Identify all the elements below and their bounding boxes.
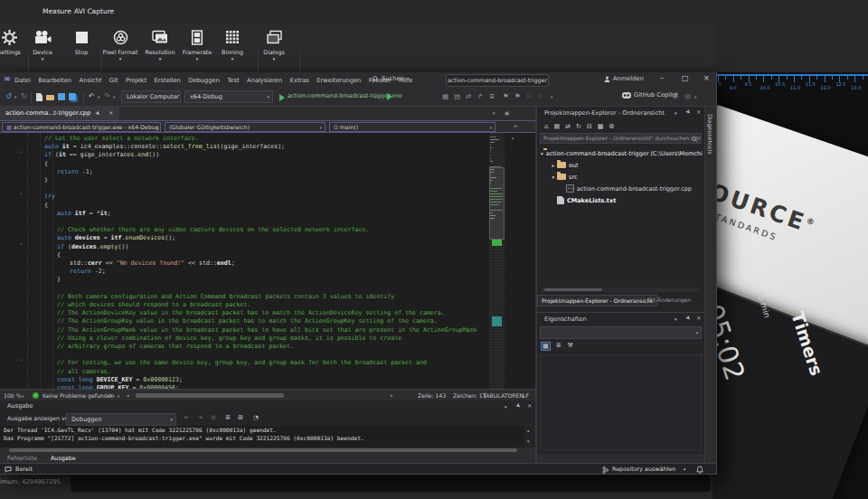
property-pages-icon[interactable]: ⚒ xyxy=(567,342,574,351)
solution-search-box[interactable]: Projektmappen-Explorer - Ordneransicht" … xyxy=(540,133,702,144)
pen-icon[interactable]: ✎ xyxy=(108,392,113,399)
chevron-expanded-icon[interactable]: ▾ xyxy=(550,174,557,180)
chevron-down-icon[interactable]: ▾ xyxy=(14,95,16,99)
chevron-down-icon[interactable]: ▾ xyxy=(113,95,115,99)
plus-icon[interactable]: + xyxy=(513,123,518,130)
chevron-down-icon[interactable]: ▾ xyxy=(675,110,677,116)
nav-forward-icon[interactable]: ↻ xyxy=(21,92,27,100)
binning-button[interactable]: Binning ▾ xyxy=(212,27,252,69)
nav-back-icon[interactable]: ↺ xyxy=(5,92,12,100)
save-all-icon[interactable] xyxy=(69,93,76,100)
redo-icon[interactable]: ↷ xyxy=(104,92,110,100)
chevron-down-icon[interactable]: ▾ xyxy=(98,95,99,99)
word-wrap-icon[interactable]: ≣ xyxy=(225,414,231,421)
menu-item-erweiterungen[interactable]: Erweiterungen xyxy=(316,77,361,84)
collapse-all-icon[interactable]: ⊟ xyxy=(587,123,592,130)
code-editor[interactable]: ˅˅˅˅ // Let the user select a network in… xyxy=(0,133,535,389)
tab-diagnostics[interactable]: Diagnosetools xyxy=(707,114,713,155)
bookmark-icon[interactable]: ⚑ xyxy=(503,92,509,100)
stop-button[interactable]: Stop xyxy=(61,27,101,69)
chevron-down-icon[interactable]: ▾ xyxy=(374,95,376,99)
settings-icon[interactable]: ⚙ xyxy=(609,123,614,130)
chevron-down-icon[interactable]: ▾ xyxy=(551,95,552,99)
menu-item-git[interactable]: Git xyxy=(109,77,118,84)
pin-icon[interactable]: ➤ xyxy=(90,107,103,119)
chevron-down-icon[interactable]: ▾ xyxy=(118,394,119,399)
pin-icon[interactable]: ➤ xyxy=(684,108,693,117)
properties-object-combo[interactable]: ▾ xyxy=(540,326,702,339)
pixel-format-button[interactable]: Pixel Format ▾ xyxy=(100,27,140,69)
tree-item-cmakelists[interactable]: CMakeLists.txt xyxy=(539,194,703,206)
bookmark-prev-icon[interactable]: ⚐ xyxy=(526,92,533,100)
solution-platform-icon[interactable]: ▦ xyxy=(442,92,448,100)
resolution-button[interactable]: Resolution ▾ xyxy=(140,27,180,69)
properties-grid[interactable] xyxy=(540,354,702,450)
output-source-combo[interactable]: Debuggen▾ xyxy=(66,413,176,426)
scroll-up-icon[interactable]: ▴ xyxy=(512,135,514,140)
chevron-down-icon[interactable]: ▾ xyxy=(493,110,495,116)
tab-solution-explorer[interactable]: Projektmappen-Explorer - Ordneransicht xyxy=(537,295,657,306)
scroll-left-icon[interactable]: ◂ xyxy=(127,392,129,398)
tree-item-src[interactable]: ▾ src xyxy=(539,171,703,183)
menu-item-erstellen[interactable]: Erstellen xyxy=(155,77,181,84)
horizontal-scrollbar[interactable] xyxy=(136,393,284,398)
find-icon[interactable]: ⇤ xyxy=(184,414,190,421)
chevron-up-icon[interactable]: ▴ xyxy=(684,466,685,471)
close-panel-icon[interactable]: × xyxy=(696,315,701,322)
output-hscrollbar-track[interactable] xyxy=(0,447,535,454)
scroll-down-icon[interactable]: ▾ xyxy=(527,438,530,444)
toggle-icon[interactable]: ◉ xyxy=(505,109,509,116)
menu-item-projekt[interactable]: Projekt xyxy=(126,77,146,84)
undo-icon[interactable]: ↶ xyxy=(89,92,95,100)
tab-fehlerliste[interactable]: Fehlerliste xyxy=(7,455,37,462)
tab-git-changes[interactable]: Git-Änderungen xyxy=(647,297,691,303)
search-menu[interactable]: Suchen ▾ xyxy=(373,75,409,82)
tree-item-cpp-file[interactable]: ++ action-command-broadcast-trigger.cpp xyxy=(539,183,703,194)
eol-indicator[interactable]: LF xyxy=(523,392,529,399)
scroll-up-icon[interactable]: ▴ xyxy=(527,428,530,433)
tabs-indicator[interactable]: TABULATOREN xyxy=(483,392,524,399)
start-debug-icon[interactable] xyxy=(279,94,285,101)
framerate-button[interactable]: Framerate ▾ xyxy=(177,27,217,69)
save-icon[interactable] xyxy=(58,93,65,100)
menu-item-test[interactable]: Test xyxy=(227,77,239,84)
tree-item-root[interactable]: ▾ action-command-broadcast-trigger (C:\U… xyxy=(539,147,703,159)
scope-dropdown[interactable]: (Globaler Gültigkeitsbereich)▾ xyxy=(165,122,326,132)
github-copilot-button[interactable]: GitHub Copilot xyxy=(622,91,678,99)
copilot-badge-icon[interactable]: ◎ xyxy=(684,92,691,100)
bookmark-icon[interactable]: ⚑ xyxy=(514,92,521,100)
solution-hscrollbar-thumb[interactable] xyxy=(544,288,602,291)
menu-item-datei[interactable]: Datei xyxy=(14,77,31,84)
close-tab-icon[interactable]: × xyxy=(108,107,113,120)
menu-item-extras[interactable]: Extras xyxy=(290,77,309,84)
tab-ausgabe[interactable]: Ausgabe xyxy=(51,455,76,462)
home-icon[interactable]: ⌂ xyxy=(544,123,548,130)
clear-search-ic[interactable]: ⊘ xyxy=(211,414,216,421)
show-all-files-icon[interactable]: ▩ xyxy=(598,123,604,130)
feedback-icon[interactable] xyxy=(5,466,12,473)
maximize-button[interactable]: □ xyxy=(682,74,689,82)
share-icon[interactable]: ⇵ xyxy=(673,92,678,100)
swap-icon[interactable]: ⇄ xyxy=(466,92,471,100)
debug-target-combo[interactable]: Lokaler Computer▾ xyxy=(121,90,181,103)
output-text-area[interactable]: Der Thread 'IC4.GevTL_Recv' (13704) hat … xyxy=(0,426,524,447)
bookmark-next-icon[interactable]: ⚐ xyxy=(538,92,544,100)
zoom-level[interactable]: 100 % xyxy=(4,392,22,399)
pin-icon[interactable]: ➤ xyxy=(684,314,693,323)
open-folder-icon[interactable] xyxy=(46,95,54,100)
tree-item-out[interactable]: ▸ out xyxy=(539,159,703,171)
run-target-button[interactable]: action-command-broadcast-trigger.exe xyxy=(288,92,402,99)
solution-hscrollbar-track[interactable] xyxy=(541,287,700,292)
categorized-icon[interactable]: ▦ xyxy=(541,342,551,351)
window-layout-icon[interactable]: ▤ xyxy=(454,92,460,100)
menu-item-analysieren[interactable]: Analysieren xyxy=(247,77,282,84)
project-dropdown[interactable]: ▩ action-command-broadcast-trigger.exe -… xyxy=(2,122,161,132)
chevron-down-icon[interactable]: ▾ xyxy=(675,316,677,322)
chevron-down-icon[interactable]: ▾ xyxy=(22,394,24,399)
minimap[interactable] xyxy=(489,133,505,389)
bell-icon[interactable] xyxy=(696,466,703,474)
select-repository-button[interactable]: Repository auswählen xyxy=(612,466,675,473)
chevron-expanded-icon[interactable]: ▾ xyxy=(541,151,543,156)
chevron-down-icon[interactable]: ▾ xyxy=(505,404,507,410)
chevron-collapsed-icon[interactable]: ▸ xyxy=(550,163,557,168)
